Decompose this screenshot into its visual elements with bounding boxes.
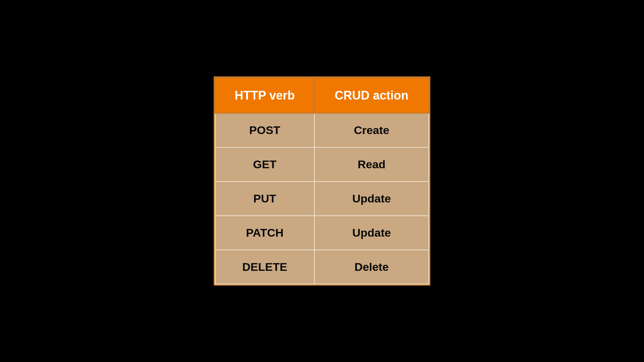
http-verb-cell: PUT	[215, 182, 315, 216]
crud-action-header: CRUD action	[314, 78, 429, 113]
table-row: POSTCreate	[215, 113, 429, 147]
table-row: PUTUpdate	[215, 182, 429, 216]
crud-action-cell: Delete	[314, 250, 429, 284]
crud-table: HTTP verb CRUD action POSTCreateGETReadP…	[214, 76, 430, 286]
http-verb-cell: GET	[215, 147, 315, 182]
table-row: GETRead	[215, 147, 429, 182]
table-header-row: HTTP verb CRUD action	[215, 78, 429, 113]
crud-action-cell: Create	[314, 113, 429, 147]
table-row: DELETEDelete	[215, 250, 429, 284]
http-verb-cell: DELETE	[215, 250, 315, 284]
http-verb-cell: POST	[215, 113, 315, 147]
http-verb-cell: PATCH	[215, 216, 315, 250]
crud-action-cell: Update	[314, 216, 429, 250]
http-verb-header: HTTP verb	[215, 78, 315, 113]
crud-action-cell: Update	[314, 182, 429, 216]
crud-action-cell: Read	[314, 147, 429, 182]
table-row: PATCHUpdate	[215, 216, 429, 250]
